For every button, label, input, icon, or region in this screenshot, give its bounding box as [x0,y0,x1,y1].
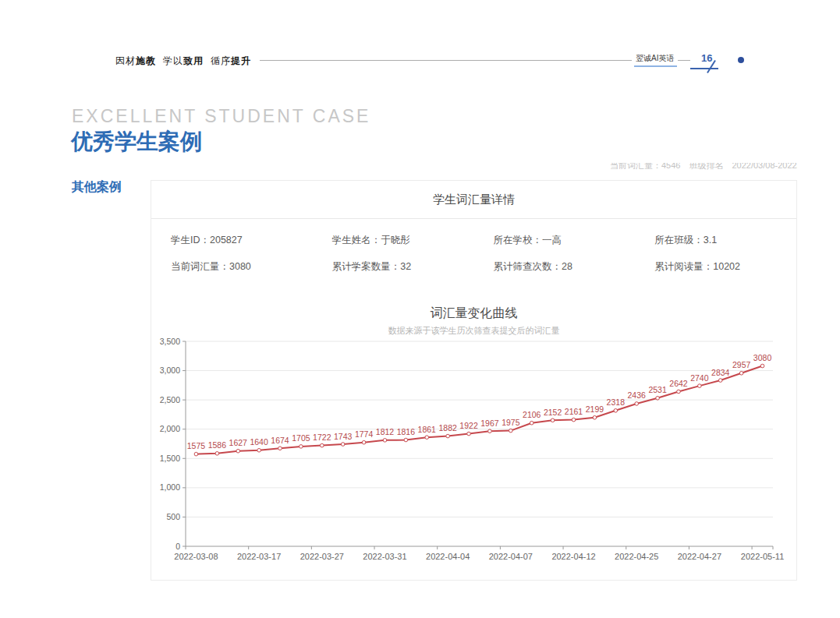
subsection-label: 其他案例 [72,179,122,196]
info-student-name: 学生姓名：于晓彤 [313,227,474,253]
svg-text:1812: 1812 [376,427,395,436]
svg-text:2,500: 2,500 [160,395,180,404]
svg-text:1575: 1575 [187,441,206,450]
page-title: 优秀学生案例 [71,127,202,157]
svg-text:1743: 1743 [334,432,353,441]
svg-text:1,500: 1,500 [160,454,180,463]
svg-text:2022-04-27: 2022-04-27 [678,552,721,561]
svg-text:1586: 1586 [208,440,227,450]
svg-text:2,000: 2,000 [160,424,180,433]
svg-text:1627: 1627 [229,438,248,447]
info-reading-volume: 累计阅读量：10202 [635,253,796,280]
svg-text:3080: 3080 [753,353,772,362]
brand-underline [634,65,677,67]
svg-text:1705: 1705 [292,433,310,443]
student-info-grid: 学生ID：205827 学生姓名：于晓彤 所在学校：一高 所在班级：3.1 当前… [151,219,796,284]
svg-text:1861: 1861 [418,425,437,434]
svg-text:2022-03-27: 2022-03-27 [300,552,344,561]
svg-text:2740: 2740 [690,373,709,383]
svg-text:2318: 2318 [607,397,626,407]
info-class: 所在班级：3.1 [635,227,796,253]
svg-text:2022-04-12: 2022-04-12 [551,552,595,561]
clipped-stats-text: 当前词汇量：4546 班级排名 2022/03/08-2022/05/11 [610,163,797,173]
svg-text:2436: 2436 [628,390,647,400]
slogan-part: 循序 [211,55,231,66]
slogan-part: 致用 [183,55,204,66]
svg-text:2161: 2161 [565,407,583,416]
svg-text:1640: 1640 [250,437,268,447]
svg-text:2957: 2957 [732,360,751,369]
svg-text:3,500: 3,500 [160,337,180,346]
svg-text:1774: 1774 [355,429,374,439]
svg-text:1975: 1975 [502,418,520,427]
svg-text:1882: 1882 [438,423,457,433]
svg-text:2022-04-25: 2022-04-25 [615,552,658,561]
slogan-part: 因材 [115,55,136,66]
header-divider-line [260,60,632,61]
svg-text:1967: 1967 [480,418,499,428]
svg-text:2642: 2642 [669,379,688,388]
chart-title: 词汇量变化曲线 [151,305,796,322]
brand-dash-line [678,60,690,61]
svg-text:500: 500 [166,512,180,521]
svg-text:0: 0 [175,542,180,551]
svg-text:1722: 1722 [313,433,331,442]
header-slogan: 因材施教学以致用循序提升 [115,55,251,68]
info-screening-count: 累计筛查次数：28 [474,253,636,280]
slogan-part: 施教 [136,55,156,66]
svg-text:1674: 1674 [271,436,289,445]
page-number-underline [690,68,718,69]
slogan-part: 提升 [231,55,251,66]
info-school: 所在学校：一高 [474,227,636,253]
svg-text:2022-03-17: 2022-03-17 [237,552,281,561]
info-lesson-count: 累计学案数量：32 [313,253,474,280]
header-dot-icon [738,57,744,63]
brand-logo-text: 翌诚AI英语 [636,53,674,64]
svg-text:2199: 2199 [586,404,604,414]
svg-text:2022-04-04: 2022-04-04 [426,552,470,561]
svg-text:1816: 1816 [397,427,416,436]
svg-text:1,000: 1,000 [160,482,180,492]
svg-text:1922: 1922 [459,421,478,430]
svg-text:2531: 2531 [648,385,667,394]
svg-text:2152: 2152 [544,408,562,417]
student-vocabulary-card: 学生词汇量详情 学生ID：205827 学生姓名：于晓彤 所在学校：一高 所在班… [151,180,797,581]
section-title-en: EXCELLENT STUDENT CASE [72,106,370,127]
svg-text:2022-04-07: 2022-04-07 [489,552,533,561]
svg-text:2022-03-31: 2022-03-31 [363,552,406,561]
svg-text:2022-03-08: 2022-03-08 [174,552,218,561]
svg-text:2834: 2834 [711,368,730,377]
info-current-vocabulary: 当前词汇量：3080 [151,253,313,280]
svg-text:3,000: 3,000 [160,366,180,375]
svg-text:2022-05-11: 2022-05-11 [741,552,784,561]
slogan-part: 学以 [163,55,183,66]
vocabulary-line-chart: 05001,0001,5002,0002,5003,0003,5002022-0… [151,334,798,577]
svg-text:2106: 2106 [523,410,541,419]
info-student-id: 学生ID：205827 [151,227,313,253]
card-title: 学生词汇量详情 [151,181,796,219]
page-number: 16 [701,52,712,64]
